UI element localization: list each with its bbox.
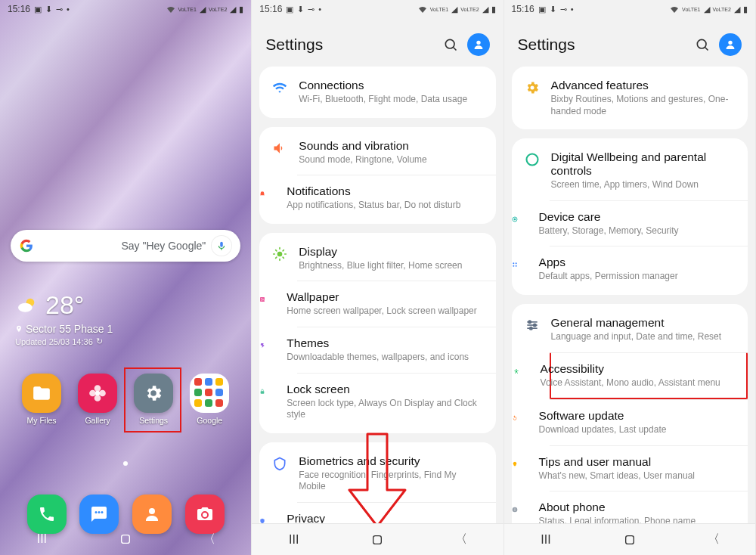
item-title: Themes — [287, 336, 483, 350]
battery-icon: ▮ — [491, 5, 496, 14]
updated-text: Updated 25/03 14:36 — [15, 337, 93, 346]
item-subtitle: Downloadable themes, wallpapers, and ico… — [287, 352, 483, 364]
svg-point-8 — [476, 41, 480, 45]
item-subtitle: Screen time, App timers, Wind Down — [551, 179, 736, 191]
item-subtitle: App notifications, Status bar, Do not di… — [287, 200, 483, 212]
settings-item-biometrics[interactable]: Biometrics and securityFace recognition,… — [259, 445, 495, 502]
item-title: Device care — [539, 210, 736, 224]
item-subtitle: Home screen wallpaper, Lock screen wallp… — [287, 305, 483, 318]
item-title: Accessibility — [541, 362, 734, 376]
svg-point-9 — [277, 251, 283, 256]
profile-avatar[interactable] — [467, 33, 490, 56]
settings-item-accessibility[interactable]: AccessibilityVoice Assistant, Mono audio… — [550, 352, 748, 400]
recents-button[interactable]: III — [34, 532, 49, 547]
settings-item-apps[interactable]: AppsDefault apps, Permission manager — [550, 246, 748, 292]
nav-bar: III 〈 — [504, 523, 755, 555]
recents-button[interactable]: III — [538, 532, 553, 547]
wifi-icon — [418, 5, 427, 13]
app-gallery[interactable]: Gallery — [73, 374, 122, 425]
settings-group: DisplayBrightness, Blue light filter, Ho… — [259, 233, 495, 433]
svg-point-4 — [203, 513, 207, 517]
image-icon: ▣ — [286, 5, 293, 14]
home-screen: 15:16 ▣ ⬇ ⊸ • VoLTE1 ◢ VoLTE2 ◢ ▮ Say "H… — [0, 0, 252, 555]
item-subtitle: Voice Assistant, Mono audio, Assistant m… — [541, 377, 734, 389]
image-icon: ▣ — [34, 5, 42, 14]
search-icon[interactable] — [695, 37, 710, 52]
back-button[interactable]: 〈 — [202, 532, 217, 547]
app-my-files[interactable]: My Files — [17, 374, 66, 425]
item-title: Display — [299, 245, 483, 259]
back-button[interactable]: 〈 — [706, 532, 721, 547]
settings-item-wellbeing[interactable]: Digital Wellbeing and parental controlsS… — [512, 141, 748, 200]
status-time: 15:16 — [8, 4, 30, 14]
settings-item-advanced[interactable]: Advanced featuresBixby Routines, Motions… — [512, 70, 748, 126]
settings-group: Sounds and vibrationSound mode, Ringtone… — [259, 127, 495, 224]
svg-point-3 — [149, 508, 155, 514]
more-icon: • — [67, 5, 70, 14]
svg-point-24 — [515, 265, 516, 267]
svg-point-17 — [530, 86, 534, 90]
lte2-label: VoLTE2 — [209, 7, 227, 12]
weather-widget[interactable]: 28° Sector 55 Phase 1 Updated 25/03 14:3… — [15, 290, 113, 346]
item-title: Digital Wellbeing and parental controls — [551, 150, 736, 178]
apps-icon — [512, 256, 528, 272]
refresh-icon: ↻ — [96, 336, 103, 346]
about-icon — [512, 501, 528, 517]
item-title: Advanced features — [551, 79, 736, 92]
key-icon: ⊸ — [308, 5, 314, 14]
themes-icon — [259, 336, 276, 353]
svg-point-21 — [513, 263, 514, 265]
profile-avatar[interactable] — [719, 33, 742, 56]
svg-point-28 — [528, 321, 531, 323]
settings-screen-2: 15:16 ▣⬇ ⊸• VoLTE1◢ VoLTE2◢ ▮ Settings A… — [504, 0, 756, 555]
svg-rect-5 — [122, 535, 130, 544]
app-settings[interactable]: Settings — [129, 374, 178, 425]
svg-rect-33 — [514, 510, 515, 511]
item-subtitle: Sound mode, Ringtone, Volume — [299, 154, 483, 166]
item-title: Biometrics and security — [299, 454, 483, 468]
item-title: Apps — [539, 256, 736, 269]
battery-icon: ▮ — [239, 5, 243, 14]
settings-item-bell[interactable]: NotificationsApp notifications, Status b… — [297, 175, 495, 221]
home-button[interactable] — [622, 532, 637, 547]
search-icon[interactable] — [443, 37, 458, 52]
svg-point-23 — [513, 265, 514, 267]
settings-item-display[interactable]: DisplayBrightness, Blue light filter, Ho… — [259, 236, 495, 281]
item-title: About phone — [539, 501, 736, 514]
settings-item-sound[interactable]: Sounds and vibrationSound mode, Ringtone… — [259, 130, 495, 175]
home-button[interactable] — [118, 532, 133, 547]
settings-item-update[interactable]: Software updateDownload updates, Last up… — [550, 399, 748, 445]
settings-screen-1: 15:16 ▣ ⬇ ⊸ • VoLTE1◢ VoLTE2◢ ▮ Settings — [252, 0, 503, 555]
app-google-folder[interactable]: Google — [185, 374, 234, 425]
settings-list: Advanced featuresBixby Routines, Motions… — [504, 67, 755, 537]
settings-item-devicecare[interactable]: Device careBattery, Storage, Memory, Sec… — [550, 200, 748, 246]
back-button[interactable]: 〈 — [454, 532, 469, 547]
settings-item-wallpaper[interactable]: WallpaperHome screen wallpaper, Lock scr… — [297, 281, 495, 327]
settings-list: ConnectionsWi-Fi, Bluetooth, Flight mode… — [252, 67, 503, 537]
google-search-bar[interactable]: Say "Hey Google" — [11, 230, 240, 262]
item-title: Sounds and vibration — [299, 139, 483, 153]
wallpaper-icon — [259, 290, 276, 307]
settings-item-general[interactable]: General managementLanguage and input, Da… — [512, 307, 748, 352]
search-hint: Say "Hey Google" — [121, 240, 206, 252]
recents-button[interactable]: III — [287, 532, 302, 547]
weather-icon — [15, 293, 39, 318]
wifi-icon — [271, 79, 288, 95]
tips-icon — [512, 455, 528, 472]
mic-icon[interactable] — [212, 236, 231, 256]
settings-item-wifi[interactable]: ConnectionsWi-Fi, Bluetooth, Flight mode… — [259, 70, 495, 115]
nav-bar: III 〈 — [0, 523, 251, 555]
settings-item-lock[interactable]: Lock screenScreen lock type, Always On D… — [297, 373, 495, 430]
home-button[interactable] — [370, 532, 385, 547]
signal-icon: ◢ — [200, 5, 206, 14]
pin-icon — [15, 324, 23, 333]
item-subtitle: Bixby Routines, Motions and gestures, On… — [551, 94, 736, 117]
svg-point-22 — [515, 263, 516, 265]
svg-line-7 — [453, 48, 456, 51]
settings-item-themes[interactable]: ThemesDownloadable themes, wallpapers, a… — [297, 327, 495, 373]
wellbeing-icon — [524, 150, 541, 167]
settings-item-tips[interactable]: Tips and user manualWhat's new, Smart id… — [550, 445, 748, 491]
item-title: Software update — [539, 409, 736, 423]
svg-point-11 — [262, 299, 262, 299]
svg-point-18 — [526, 154, 538, 166]
